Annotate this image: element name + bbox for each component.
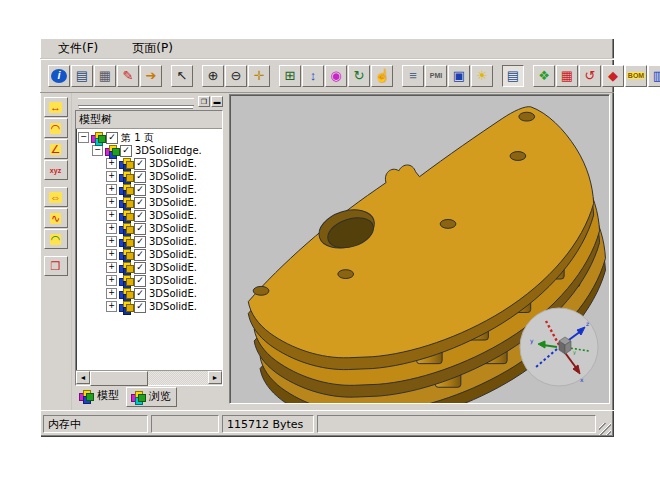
visibility-checkbox[interactable]: ✓ — [106, 132, 118, 144]
dim-area-button[interactable]: ◠ — [44, 229, 68, 249]
rotate-center-button[interactable]: ◉ — [325, 65, 347, 87]
tree-expander-icon[interactable]: − — [92, 145, 103, 156]
tree-expander-icon[interactable]: + — [106, 249, 117, 260]
tree-expander-icon[interactable]: + — [106, 236, 117, 247]
zoom-dynamic-button[interactable]: ↕ — [302, 65, 324, 87]
tree-content[interactable]: −✓第 1 页−✓3DSolidEdge.+✓3DSolidE.+✓3DSoli… — [76, 129, 222, 370]
rotate-button[interactable]: ↻ — [348, 65, 370, 87]
export-button[interactable]: ➔ — [140, 65, 162, 87]
visibility-checkbox[interactable]: ✓ — [134, 184, 146, 196]
dim-curve-button[interactable]: ∿ — [44, 208, 68, 228]
tree-row[interactable]: +✓3DSolidE. — [78, 287, 222, 300]
tree-expander-icon[interactable]: + — [106, 288, 117, 299]
visibility-checkbox[interactable]: ✓ — [134, 223, 146, 235]
visibility-checkbox[interactable]: ✓ — [134, 158, 146, 170]
visibility-checkbox[interactable]: ✓ — [134, 262, 146, 274]
tab-model[interactable]: 模型 — [75, 387, 124, 405]
scrollbar-track[interactable] — [90, 371, 208, 385]
tree-row[interactable]: +✓3DSolidE. — [78, 196, 222, 209]
tree-row[interactable]: +✓3DSolidE. — [78, 300, 222, 313]
pan-button[interactable]: ✛ — [248, 65, 270, 87]
tree-row[interactable]: −✓3DSolidEdge. — [78, 144, 222, 157]
toolbar-group: ≡PMI▣☀ — [402, 65, 494, 87]
tree-hscrollbar[interactable]: ◄ ► — [76, 370, 222, 385]
visibility-checkbox[interactable]: ✓ — [134, 275, 146, 287]
tree-expander-icon[interactable]: + — [106, 301, 117, 312]
view-cube-icon: ▣ — [453, 69, 465, 82]
tree-expander-icon[interactable]: + — [106, 262, 117, 273]
visibility-checkbox[interactable]: ✓ — [134, 288, 146, 300]
visibility-checkbox[interactable]: ✓ — [134, 301, 146, 313]
zoom-out-button[interactable]: ⊖ — [225, 65, 247, 87]
dim-angle-button[interactable]: ∠ — [44, 139, 68, 159]
view-cube-button[interactable]: ▣ — [448, 65, 470, 87]
select-pointer-button[interactable]: ↖ — [171, 65, 193, 87]
layers-button[interactable]: ≡ — [402, 65, 424, 87]
pan-hand-button[interactable]: ☝ — [371, 65, 393, 87]
panel-hide-button[interactable]: ▬ — [211, 96, 223, 107]
visibility-checkbox[interactable]: ✓ — [134, 197, 146, 209]
panel-gripper[interactable] — [78, 98, 194, 106]
tree-expander-icon[interactable]: + — [106, 171, 117, 182]
scroll-left-button[interactable]: ◄ — [76, 371, 90, 384]
tree-row[interactable]: +✓3DSolidE. — [78, 261, 222, 274]
scroll-right-button[interactable]: ► — [208, 371, 222, 384]
visibility-checkbox[interactable]: ✓ — [134, 236, 146, 248]
menu-item-file[interactable]: 文件(F) — [54, 39, 102, 58]
tree-expander-icon[interactable]: − — [78, 132, 89, 143]
tree-row[interactable]: −✓第 1 页 — [78, 131, 222, 144]
tree-row[interactable]: +✓3DSolidE. — [78, 183, 222, 196]
visibility-checkbox[interactable]: ✓ — [134, 210, 146, 222]
visibility-checkbox[interactable]: ✓ — [134, 249, 146, 261]
dim-linear-button[interactable]: ↔ — [44, 97, 68, 117]
visibility-checkbox[interactable]: ✓ — [120, 145, 132, 157]
model-tab-icon — [79, 390, 92, 402]
tree-expander-icon[interactable]: + — [106, 158, 117, 169]
status-bar: 内存中115712 Bytes — [40, 410, 614, 437]
zoom-in-button[interactable]: ⊕ — [202, 65, 224, 87]
resize-grip[interactable] — [599, 423, 611, 435]
viewport-3d[interactable]: z x y y — [229, 94, 610, 404]
dim-radius-button[interactable]: ◠ — [44, 118, 68, 138]
tree-row[interactable]: +✓3DSolidE. — [78, 170, 222, 183]
tree-row[interactable]: +✓3DSolidE. — [78, 222, 222, 235]
tree-expander-icon[interactable]: + — [106, 275, 117, 286]
zoom-window-button[interactable]: ⊞ — [279, 65, 301, 87]
dim-distance-button[interactable]: ⇔ — [44, 187, 68, 207]
tree-row[interactable]: +✓3DSolidE. — [78, 274, 222, 287]
redline-button[interactable]: ✎ — [117, 65, 139, 87]
scrollbar-thumb[interactable] — [90, 371, 148, 386]
tab-browse[interactable]: 浏览 — [126, 387, 177, 407]
tree-row[interactable]: +✓3DSolidE. — [78, 235, 222, 248]
print-button[interactable]: ▦ — [94, 65, 116, 87]
screen-capture-button[interactable]: ▦ — [556, 65, 578, 87]
visibility-checkbox[interactable]: ✓ — [134, 171, 146, 183]
dim-coordinate-button[interactable]: xyz — [44, 160, 68, 180]
axis-triad[interactable]: z x y y — [517, 305, 601, 389]
view-box-button[interactable]: ❒ — [44, 256, 68, 276]
dim-angle-icon: ∠ — [50, 144, 62, 155]
light-button[interactable]: ☀ — [471, 65, 493, 87]
info-button[interactable]: i — [48, 65, 70, 87]
triad-cube — [559, 337, 571, 354]
panel-float-button[interactable]: ❐ — [198, 96, 210, 107]
tree-expander-icon[interactable]: + — [106, 184, 117, 195]
eraser-icon: ◆ — [608, 69, 618, 82]
tree-expander-icon[interactable]: + — [106, 210, 117, 221]
menu-item-page[interactable]: 页面(P) — [128, 39, 177, 58]
tree-expander-icon[interactable]: + — [106, 197, 117, 208]
update-refresh-button[interactable]: ↺ — [579, 65, 601, 87]
eraser-button[interactable]: ◆ — [602, 65, 624, 87]
tree-row[interactable]: +✓3DSolidE. — [78, 209, 222, 222]
axis-label-x: x — [580, 376, 584, 383]
tree-row[interactable]: +✓3DSolidE. — [78, 248, 222, 261]
tree-row[interactable]: +✓3DSolidE. — [78, 157, 222, 170]
assembly-explode-button[interactable]: ❖ — [533, 65, 555, 87]
status-field-extra-1 — [151, 415, 219, 433]
pmi-button[interactable]: PMI — [425, 65, 447, 87]
print-preview-button[interactable]: ▤ — [71, 65, 93, 87]
bom-button[interactable]: BOM — [625, 65, 647, 87]
model-tree-panel-button[interactable]: ▤ — [502, 65, 524, 87]
tree-expander-icon[interactable]: + — [106, 223, 117, 234]
report-table-button[interactable]: ▥ — [648, 65, 660, 87]
